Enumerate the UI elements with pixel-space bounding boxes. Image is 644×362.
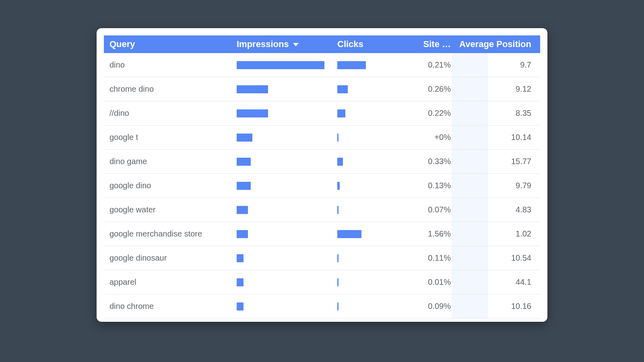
cell-query: dino game [104,157,237,166]
clicks-bar [337,254,339,262]
cell-site: 1.56% [402,229,458,239]
cell-clicks [337,302,402,311]
cell-clicks [337,85,402,93]
cell-clicks [337,134,402,142]
table-header-row: Query Impressions Clicks Site … Average … [104,35,540,53]
table-row[interactable]: google dinosaur0.11%10.54 [104,246,540,270]
cell-impressions [237,206,337,214]
cell-query: dino [104,60,237,70]
column-header-clicks[interactable]: Clicks [337,39,402,49]
cell-query: chrome dino [104,84,237,94]
clicks-bar [337,206,339,214]
cell-clicks [337,278,402,286]
clicks-bar [337,109,345,117]
sort-desc-icon [293,41,299,47]
cell-site: 0.07% [402,205,458,214]
table-row[interactable]: apparel0.01%44.1 [104,270,540,294]
impressions-bar [237,109,268,117]
cell-site: 0.21% [402,60,458,70]
cell-clicks [337,109,402,117]
cell-clicks [337,182,402,190]
cell-impressions [237,278,337,286]
cell-clicks [337,158,402,166]
column-header-site[interactable]: Site … [402,39,458,49]
cell-site: 0.26% [402,84,458,94]
cell-avg-position: 10.54 [458,253,540,263]
queries-card: Query Impressions Clicks Site … Average … [97,28,547,322]
impressions-bar [237,182,251,190]
column-header-impressions[interactable]: Impressions [237,39,337,49]
impressions-bar [237,254,244,262]
table-row[interactable]: google t+0%10.14 [104,125,540,150]
cell-site: 0.13% [402,181,458,190]
cell-impressions [237,158,337,166]
impressions-bar [237,230,248,238]
clicks-bar [337,230,361,238]
cell-impressions [237,182,337,190]
impressions-bar [237,134,252,142]
cell-site: 0.22% [402,109,458,118]
cell-avg-position: 15.77 [458,157,540,166]
clicks-bar [337,302,339,311]
impressions-bar [237,85,268,93]
table-row[interactable]: google water0.07%4.83 [104,198,540,222]
impressions-bar [237,158,251,166]
column-header-query[interactable]: Query [104,39,237,49]
cell-query: //dino [104,109,237,118]
table-row[interactable]: google dino0.13%9.79 [104,174,540,198]
cell-avg-position: 8.35 [458,109,540,118]
table-body: dino0.21%9.7chrome dino0.26%9.12//dino0.… [104,53,540,319]
cell-avg-position: 10.14 [458,133,540,142]
cell-avg-position: 9.12 [458,84,540,94]
table-row[interactable]: google merchandise store1.56%1.02 [104,222,540,246]
cell-query: dino chrome [104,302,237,311]
column-header-impressions-label: Impressions [237,39,289,49]
cell-avg-position: 10.16 [458,302,540,311]
cell-impressions [237,230,337,238]
clicks-bar [337,278,339,286]
table-row[interactable]: dino chrome0.09%10.16 [104,294,540,319]
cell-clicks [337,230,402,238]
cell-clicks [337,61,402,69]
table-row[interactable]: chrome dino0.26%9.12 [104,77,540,101]
cell-site: +0% [402,133,458,142]
cell-clicks [337,206,402,214]
cell-impressions [237,302,337,311]
cell-site: 0.09% [402,302,458,311]
impressions-bar [237,302,244,311]
clicks-bar [337,134,339,142]
cell-avg-position: 1.02 [458,229,540,239]
cell-impressions [237,254,337,262]
cell-impressions [237,61,337,69]
cell-query: apparel [104,278,237,287]
column-header-avg-position[interactable]: Average Position [458,39,540,49]
table-row[interactable]: dino game0.33%15.77 [104,150,540,174]
cell-query: google t [104,133,237,142]
cell-clicks [337,254,402,262]
cell-impressions [237,85,337,93]
cell-query: google water [104,205,237,214]
clicks-bar [337,85,348,93]
cell-impressions [237,109,337,117]
clicks-bar [337,182,340,190]
cell-query: google merchandise store [104,229,237,239]
clicks-bar [337,61,366,69]
cell-query: google dino [104,181,237,190]
cell-avg-position: 44.1 [458,278,540,287]
cell-site: 0.33% [402,157,458,166]
cell-avg-position: 4.83 [458,205,540,214]
cell-avg-position: 9.79 [458,181,540,190]
cell-query: google dinosaur [104,253,237,263]
table-row[interactable]: //dino0.22%8.35 [104,101,540,125]
cell-site: 0.11% [402,253,458,263]
table-row[interactable]: dino0.21%9.7 [104,53,540,77]
impressions-bar [237,278,244,286]
cell-site: 0.01% [402,278,458,287]
clicks-bar [337,158,343,166]
cell-impressions [237,134,337,142]
impressions-bar [237,206,248,214]
impressions-bar [237,61,324,69]
cell-avg-position: 9.7 [458,60,540,70]
